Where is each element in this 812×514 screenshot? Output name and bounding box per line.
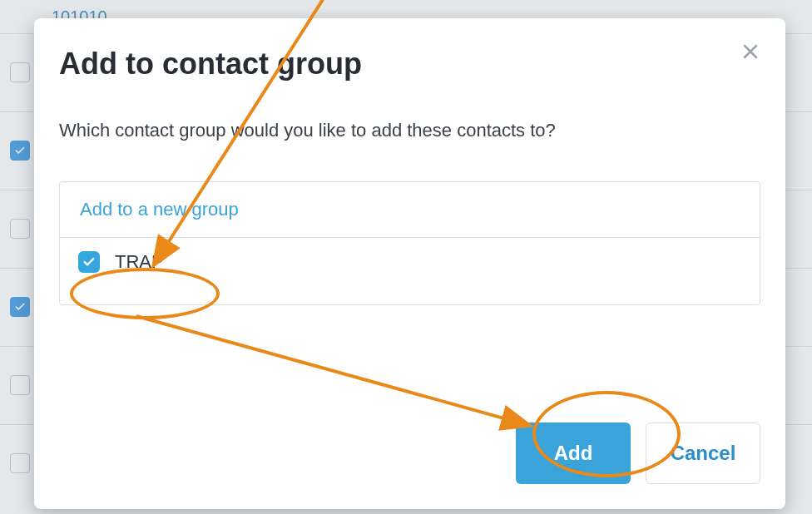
modal-subtitle: Which contact group would you like to ad…: [59, 120, 760, 141]
page-background: 101010 Add to conta: [0, 0, 812, 514]
add-button[interactable]: Add: [516, 423, 631, 484]
add-new-group-link[interactable]: Add to a new group: [60, 182, 760, 238]
existing-groups-list: TRAP: [60, 238, 760, 304]
group-item-trap[interactable]: TRAP: [60, 238, 760, 286]
add-to-group-modal: Add to contact group Which contact group…: [34, 18, 785, 509]
group-item-label: TRAP: [115, 251, 164, 273]
modal-title: Add to contact group: [59, 47, 760, 82]
group-selection-box: Add to a new group TRAP: [59, 181, 760, 305]
close-button[interactable]: [740, 42, 760, 65]
modal-footer-buttons: Add Cancel: [516, 423, 760, 484]
cancel-button[interactable]: Cancel: [646, 423, 760, 484]
group-checkbox-checked[interactable]: [78, 251, 100, 273]
check-icon: [82, 255, 96, 269]
